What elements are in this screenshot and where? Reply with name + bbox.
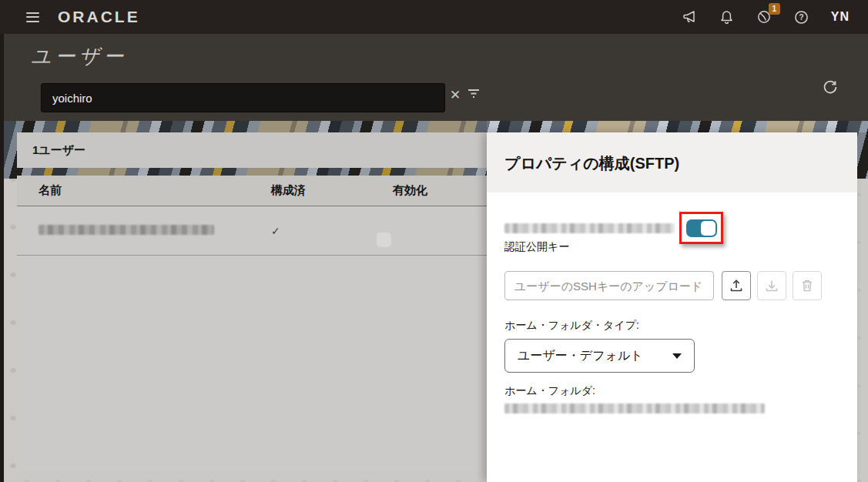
- sftp-enabled-toggle[interactable]: [686, 219, 717, 237]
- megaphone-icon[interactable]: [682, 9, 697, 25]
- search-input[interactable]: [41, 83, 445, 112]
- drawer-user-redacted: [504, 223, 675, 233]
- clock-icon[interactable]: 1: [756, 9, 772, 25]
- modal-backdrop-left: [0, 121, 487, 482]
- app-window: ORACLE 1: [0, 0, 868, 482]
- svg-text:?: ?: [799, 13, 803, 22]
- drawer-title: プロパティの構成(SFTP): [504, 153, 679, 174]
- modal-backdrop-right: [857, 132, 868, 482]
- home-folder-label: ホーム・フォルダ:: [504, 384, 595, 398]
- home-folder-path-redacted: [504, 403, 765, 413]
- home-folder-type-label: ホーム・フォルダ・タイプ:: [504, 319, 639, 333]
- red-annotation-box: [679, 212, 723, 244]
- ssh-key-input[interactable]: [504, 271, 714, 300]
- chevron-down-icon: [672, 353, 682, 359]
- clear-search-icon[interactable]: ✕: [450, 89, 461, 102]
- hamburger-menu-icon[interactable]: [26, 12, 39, 22]
- help-icon[interactable]: ?: [794, 10, 809, 25]
- bell-icon[interactable]: [719, 9, 734, 25]
- delete-button[interactable]: [793, 271, 822, 300]
- home-folder-type-value: ユーザー・デフォルト: [518, 348, 643, 364]
- user-avatar-initials[interactable]: YN: [831, 10, 850, 24]
- public-key-label: 認証公開キー: [504, 240, 569, 254]
- refresh-icon[interactable]: [822, 79, 839, 99]
- properties-drawer: プロパティの構成(SFTP) 認証公開キー: [487, 132, 857, 482]
- top-navigation-bar: ORACLE 1: [0, 0, 868, 34]
- filter-icon[interactable]: [467, 87, 481, 102]
- download-button[interactable]: [757, 271, 786, 300]
- page-title: ユーザー: [31, 43, 127, 70]
- notification-badge: 1: [769, 3, 780, 15]
- page-header: ユーザー ✕: [4, 34, 868, 121]
- upload-button[interactable]: [722, 271, 751, 300]
- oracle-logo: ORACLE: [58, 8, 140, 26]
- home-folder-type-select[interactable]: ユーザー・デフォルト: [504, 339, 695, 373]
